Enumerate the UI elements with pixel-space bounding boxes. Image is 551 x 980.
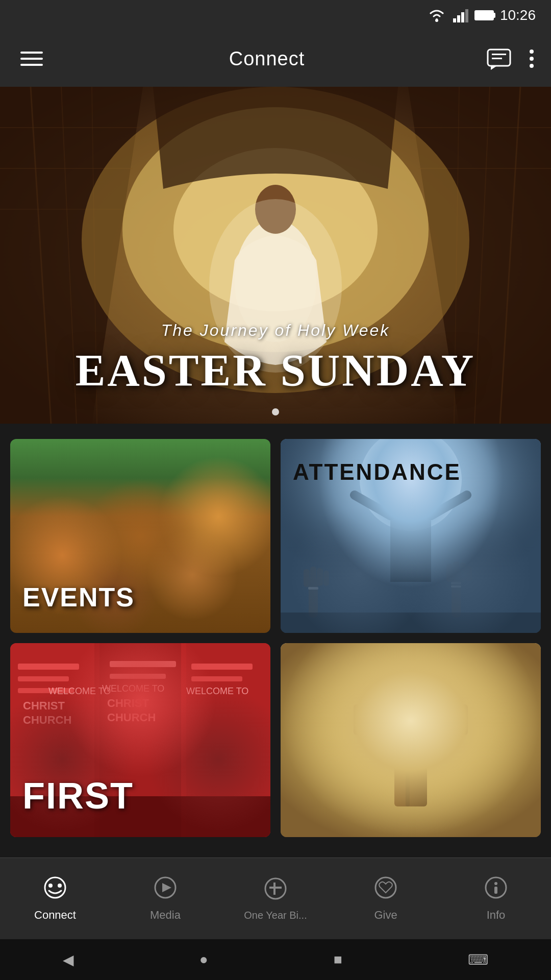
svg-text:CHRIST: CHRIST [107, 697, 149, 709]
svg-rect-3 [461, 12, 464, 22]
cross-bg [281, 643, 541, 837]
attendance-tile[interactable]: ATTENDANCE [281, 439, 541, 633]
give-label: Give [374, 909, 397, 922]
keyboard-button[interactable]: ⌨ [468, 951, 488, 968]
grid-section: EVENTS [0, 424, 551, 852]
svg-rect-92 [281, 643, 541, 837]
page-title: Connect [229, 48, 305, 70]
svg-point-97 [45, 877, 65, 898]
menu-button[interactable] [15, 46, 48, 71]
nav-media[interactable]: Media [110, 870, 220, 927]
battery-icon [474, 10, 494, 20]
svg-rect-69 [308, 587, 318, 590]
info-label: Info [487, 909, 506, 922]
svg-point-99 [58, 884, 62, 888]
svg-point-11 [530, 64, 534, 68]
svg-point-37 [66, 536, 92, 567]
nav-info[interactable]: Info [441, 870, 551, 927]
svg-text:CHRIST: CHRIST [23, 699, 65, 712]
svg-text:WELCOME TO: WELCOME TO [102, 683, 164, 694]
svg-rect-55 [390, 490, 431, 582]
hero-text-container: The Journey of Holy Week Easter Sunday [0, 321, 551, 393]
svg-rect-1 [453, 18, 456, 22]
more-menu-icon[interactable] [528, 47, 536, 70]
svg-rect-83 [191, 676, 242, 681]
menu-line-3 [20, 64, 43, 66]
hero-subtitle: The Journey of Holy Week [0, 321, 551, 340]
hero-title: Easter Sunday [0, 348, 551, 393]
wifi-icon [428, 8, 446, 22]
status-icons: 10:26 [428, 7, 536, 23]
svg-rect-63 [323, 571, 329, 586]
svg-point-41 [204, 533, 230, 564]
svg-rect-7 [492, 58, 502, 59]
cross-tile[interactable] [281, 643, 541, 837]
svg-point-39 [132, 530, 159, 562]
svg-rect-66 [453, 561, 459, 579]
svg-rect-61 [310, 567, 316, 584]
svg-point-33 [28, 439, 253, 510]
svg-rect-71 [451, 585, 461, 587]
attendance-label: ATTENDANCE [281, 449, 541, 495]
svg-point-107 [494, 882, 497, 885]
svg-point-105 [375, 877, 396, 898]
svg-rect-68 [466, 566, 472, 581]
carousel-dot [272, 408, 279, 415]
svg-text:WELCOME TO: WELCOME TO [48, 686, 111, 696]
android-nav-bar: ◀ ● ■ ⌨ [0, 939, 551, 980]
svg-point-34 [10, 449, 120, 510]
nav-connect[interactable]: Connect [0, 870, 110, 927]
top-bar: Connect [0, 31, 551, 87]
give-icon [373, 875, 398, 904]
svg-rect-59 [309, 577, 318, 618]
svg-point-9 [530, 50, 534, 54]
connect-icon [43, 875, 67, 904]
recent-button[interactable]: ■ [334, 951, 342, 968]
signal-icon [452, 8, 468, 22]
status-bar: 10:26 [0, 0, 551, 31]
svg-point-10 [530, 57, 534, 61]
nav-give[interactable]: Give [331, 870, 441, 927]
back-button[interactable]: ◀ [63, 951, 74, 968]
svg-rect-4 [465, 9, 468, 22]
svg-rect-60 [304, 569, 310, 587]
svg-rect-2 [457, 15, 460, 22]
svg-text:CHURCH: CHURCH [107, 711, 156, 724]
events-label: EVENTS [10, 572, 270, 623]
svg-rect-94 [354, 704, 468, 735]
svg-rect-6 [492, 54, 506, 55]
svg-point-36 [34, 525, 63, 557]
bible-label: One Year Bi... [244, 910, 307, 921]
svg-text:WELCOME TO: WELCOME TO [186, 686, 248, 696]
svg-point-0 [435, 19, 438, 22]
svg-line-57 [355, 495, 390, 516]
svg-rect-62 [317, 568, 323, 586]
hero-banner[interactable]: The Journey of Holy Week Easter Sunday [0, 87, 551, 424]
svg-rect-104 [269, 887, 282, 889]
bottom-nav: Connect Media One Year Bi... Giv [0, 857, 551, 939]
menu-line-2 [20, 58, 43, 60]
svg-text:CHURCH: CHURCH [23, 714, 71, 726]
home-button[interactable]: ● [199, 951, 208, 968]
svg-rect-67 [460, 563, 466, 581]
svg-rect-93 [394, 674, 427, 806]
bible-icon [263, 876, 288, 905]
svg-rect-95 [406, 674, 410, 806]
svg-rect-77 [18, 664, 79, 670]
media-icon [153, 875, 178, 904]
events-tile[interactable]: EVENTS [10, 439, 270, 633]
svg-rect-82 [191, 664, 253, 670]
svg-rect-72 [281, 612, 541, 633]
status-time: 10:26 [500, 7, 536, 23]
cross-svg [281, 643, 541, 837]
menu-line-1 [20, 52, 43, 54]
chat-icon[interactable] [486, 47, 512, 70]
svg-point-38 [94, 518, 125, 554]
svg-point-35 [156, 447, 270, 503]
svg-rect-78 [18, 676, 69, 681]
nav-bible[interactable]: One Year Bi... [220, 871, 331, 926]
svg-rect-79 [18, 688, 74, 693]
first-time-label: FIRST [10, 765, 270, 827]
first-time-tile[interactable]: WELCOME TO WELCOME TO WELCOME TO CHRIST … [10, 643, 270, 837]
svg-marker-101 [162, 883, 171, 892]
